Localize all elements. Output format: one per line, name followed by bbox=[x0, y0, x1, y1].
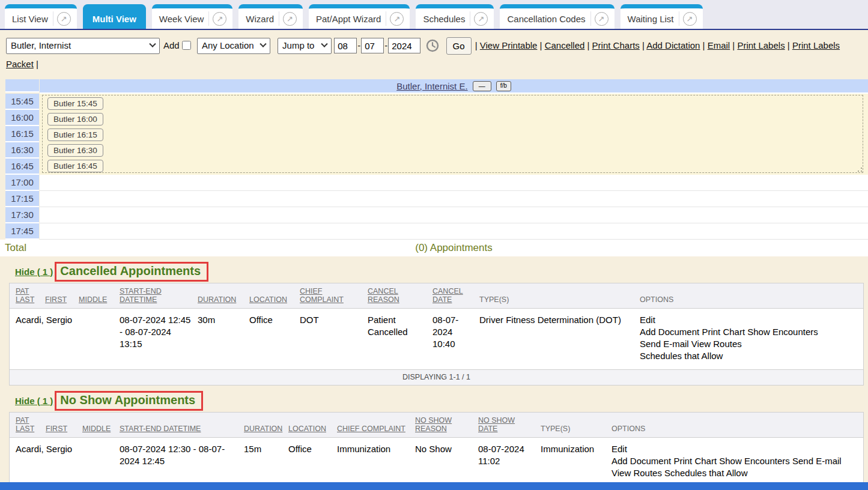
date-day-input[interactable] bbox=[361, 38, 384, 53]
col-location[interactable]: LOCATION bbox=[288, 413, 337, 438]
open-new-window-icon[interactable]: ↗ bbox=[683, 12, 697, 26]
toolbar-link[interactable]: View Printable bbox=[480, 40, 538, 50]
open-new-window-icon[interactable]: ↗ bbox=[57, 12, 71, 26]
time-slot-label[interactable]: 16:15 bbox=[5, 126, 39, 142]
schedule-row-body[interactable] bbox=[40, 191, 868, 207]
col-noshow-reason[interactable]: NO SHOW REASON bbox=[415, 413, 478, 438]
date-year-input[interactable] bbox=[388, 38, 420, 53]
open-new-window-icon[interactable]: ↗ bbox=[474, 12, 488, 26]
clock-icon[interactable] bbox=[425, 38, 440, 53]
col-start-end[interactable]: START-END DATETIME bbox=[120, 413, 244, 438]
option-links[interactable]: Add Document Print Chart Show Encounters… bbox=[612, 455, 858, 467]
cell-pat-name: Acardi, Sergio bbox=[10, 309, 45, 370]
open-new-window-icon[interactable]: ↗ bbox=[213, 12, 226, 26]
tab-divider bbox=[279, 11, 279, 26]
col-middle[interactable]: MIDDLE bbox=[82, 413, 120, 438]
appointment-slot-button[interactable]: Butler 16:30 bbox=[47, 144, 103, 157]
cancelled-displaying-status: DISPLAYING 1-1 / 1 bbox=[10, 369, 863, 385]
toolbar-link[interactable]: Print Charts bbox=[592, 40, 640, 50]
cell-chief-complaint: Immunization bbox=[337, 438, 415, 487]
time-slot-label[interactable]: 16:00 bbox=[5, 110, 39, 126]
col-location[interactable]: LOCATION bbox=[249, 283, 300, 309]
view-tab-label: List View bbox=[12, 14, 53, 24]
total-row: Total (0) Appointments bbox=[0, 240, 868, 256]
time-slot-label[interactable]: 15:45 bbox=[5, 94, 39, 110]
view-tab[interactable]: List View ↗ bbox=[5, 4, 77, 29]
toolbar-link[interactable]: Email bbox=[708, 40, 730, 50]
fb-button[interactable]: f/b bbox=[496, 81, 511, 91]
cell-options: Edit Add Document Print Chart Show Encou… bbox=[612, 438, 863, 487]
cancelled-section-title: Cancelled Appointments bbox=[55, 262, 208, 282]
noshow-header-row: PAT LAST FIRST MIDDLE START-END DATETIME… bbox=[10, 413, 863, 438]
add-provider-checkbox[interactable] bbox=[182, 41, 191, 50]
appointment-slot-button[interactable]: Butler 16:45 bbox=[47, 160, 103, 172]
view-tab[interactable]: Cancellation Codes ↗ bbox=[500, 4, 614, 29]
option-links[interactable]: Schedules that Allow bbox=[640, 350, 858, 362]
provider-select[interactable]: Butler, Internist bbox=[6, 38, 160, 54]
cell-start-end: 08-07-2024 12:45 - 08-07-2024 13:15 bbox=[120, 309, 198, 370]
col-first[interactable]: FIRST bbox=[46, 413, 82, 438]
appointment-slot-button[interactable]: Butler 16:15 bbox=[47, 129, 103, 141]
time-slot-label[interactable]: 17:30 bbox=[5, 207, 39, 223]
col-chief-complaint[interactable]: CHIEF COMPLAINT bbox=[337, 413, 415, 438]
option-links[interactable]: Add Document Print Chart Show Encounters bbox=[640, 326, 858, 338]
option-link-edit[interactable]: Edit bbox=[612, 443, 858, 455]
provider-column-header: Butler, Internist E. — f/b bbox=[40, 79, 868, 94]
appointment-slot-button[interactable]: Butler 15:45 bbox=[47, 97, 103, 110]
col-cancel-reason[interactable]: CANCEL REASON bbox=[368, 283, 432, 309]
provider-header-link[interactable]: Butler, Internist E. bbox=[396, 81, 467, 91]
time-slot-label[interactable]: 17:15 bbox=[5, 191, 39, 207]
time-slot-label[interactable]: 16:30 bbox=[5, 142, 39, 159]
tab-divider bbox=[679, 11, 679, 26]
open-new-window-icon[interactable]: ↗ bbox=[390, 12, 404, 26]
cell-start-end: 08-07-2024 12:30 - 08-07-2024 12:45 bbox=[120, 438, 244, 487]
view-tab-bar: List View ↗ Multi View ↗ Week View ↗ Wiz… bbox=[0, 0, 868, 30]
date-month-input[interactable] bbox=[334, 38, 357, 53]
cancelled-hide-link[interactable]: Hide ( 1 ) bbox=[15, 267, 53, 277]
option-link-edit[interactable]: Edit bbox=[640, 314, 858, 326]
go-button[interactable]: Go bbox=[446, 37, 472, 55]
col-first[interactable]: FIRST bbox=[45, 283, 79, 309]
col-start-end[interactable]: START-END DATETIME bbox=[120, 283, 198, 309]
toolbar-link[interactable]: Cancelled bbox=[545, 40, 585, 50]
col-pat-last[interactable]: PAT LAST bbox=[10, 413, 46, 438]
view-tab[interactable]: Pat/Appt Wizard ↗ bbox=[309, 4, 410, 29]
view-tab[interactable]: Multi View ↗ bbox=[83, 4, 146, 29]
jump-to-select[interactable]: Jump to bbox=[278, 38, 332, 54]
view-tab[interactable]: Wizard ↗ bbox=[238, 4, 303, 29]
col-duration[interactable]: DURATION bbox=[198, 283, 249, 309]
schedule-row-body[interactable] bbox=[40, 223, 868, 240]
view-tab[interactable]: Week View ↗ bbox=[152, 4, 232, 29]
col-duration[interactable]: DURATION bbox=[244, 413, 288, 438]
time-slot-label[interactable]: 17:45 bbox=[5, 223, 39, 240]
col-options: OPTIONS bbox=[640, 283, 863, 309]
col-middle[interactable]: MIDDLE bbox=[79, 283, 120, 309]
cell-location: Office bbox=[288, 438, 337, 487]
cell-cancel-reason: Patient Cancelled bbox=[368, 309, 432, 370]
col-pat-last[interactable]: PAT LAST bbox=[10, 283, 45, 309]
cell-pat-name: Acardi, Sergio bbox=[10, 438, 46, 487]
appointment-slot-button[interactable]: Butler 16:00 bbox=[47, 113, 103, 126]
schedule-row-body[interactable] bbox=[40, 175, 868, 191]
resize-handle-icon[interactable] bbox=[858, 168, 862, 172]
option-links[interactable]: View Routes Schedules that Allow bbox=[612, 467, 858, 479]
col-cancel-date[interactable]: CANCEL DATE bbox=[432, 283, 479, 309]
view-tab[interactable]: Waiting List ↗ bbox=[621, 4, 703, 29]
location-select[interactable]: Any Location bbox=[197, 38, 270, 54]
cell-noshow-reason: No Show bbox=[415, 438, 478, 487]
time-slot-label[interactable]: 17:00 bbox=[5, 175, 39, 191]
noshow-hide-link[interactable]: Hide ( 1 ) bbox=[15, 396, 53, 406]
option-links[interactable]: Send E-mail View Routes bbox=[640, 338, 858, 350]
toolbar-link[interactable]: Print Labels bbox=[737, 40, 785, 50]
time-slot-label[interactable]: 16:45 bbox=[5, 159, 39, 175]
open-new-window-icon[interactable]: ↗ bbox=[283, 12, 297, 26]
collapse-column-button[interactable]: — bbox=[473, 81, 491, 91]
view-tab-label: Pat/Appt Wizard bbox=[316, 14, 386, 24]
schedule-row-body[interactable] bbox=[40, 207, 868, 223]
noshow-table: PAT LAST FIRST MIDDLE START-END DATETIME… bbox=[10, 413, 863, 486]
toolbar-link[interactable]: Add Dictation bbox=[646, 40, 700, 50]
view-tab[interactable]: Schedules ↗ bbox=[416, 4, 494, 29]
col-chief-complaint[interactable]: CHIEF COMPLAINT bbox=[300, 283, 368, 309]
col-noshow-date[interactable]: NO SHOW DATE bbox=[478, 413, 541, 438]
open-new-window-icon[interactable]: ↗ bbox=[595, 12, 609, 26]
